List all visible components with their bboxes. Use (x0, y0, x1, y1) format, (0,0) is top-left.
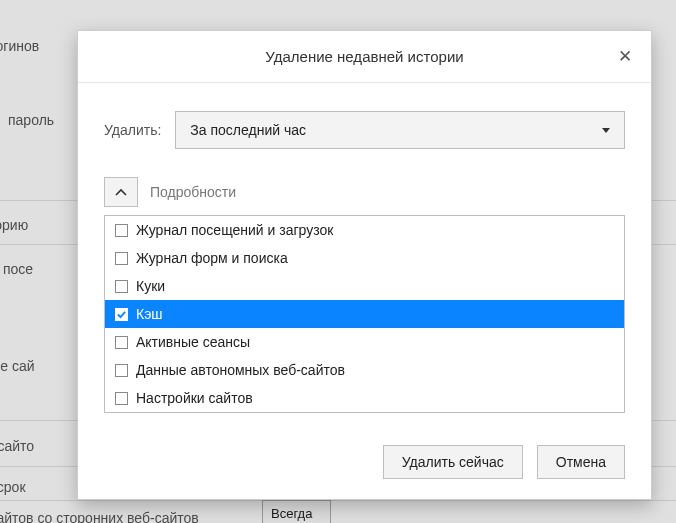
details-label: Подробности (150, 184, 236, 200)
checkbox-icon[interactable] (115, 280, 128, 293)
checkbox-icon[interactable] (115, 224, 128, 237)
dialog-titlebar: Удаление недавней истории ✕ (78, 31, 651, 83)
option-label: Активные сеансы (136, 334, 250, 350)
time-range-dropdown[interactable]: За последний час (175, 111, 625, 149)
details-header: Подробности (104, 177, 625, 207)
option-label: Журнал форм и поиска (136, 250, 288, 266)
checkbox-icon[interactable] (115, 364, 128, 377)
close-icon: ✕ (618, 31, 632, 83)
option-row[interactable]: Данные автономных веб-сайтов (105, 356, 624, 384)
close-button[interactable]: ✕ (607, 39, 643, 75)
checkbox-icon[interactable] (115, 336, 128, 349)
checkbox-icon[interactable] (115, 308, 128, 321)
clear-history-dialog: Удаление недавней истории ✕ Удалить: За … (77, 30, 652, 500)
option-row[interactable]: Кэш (105, 300, 624, 328)
option-label: Куки (136, 278, 165, 294)
option-label: Настройки сайтов (136, 390, 253, 406)
option-row[interactable]: Активные сеансы (105, 328, 624, 356)
clear-now-button[interactable]: Удалить сейчас (383, 445, 523, 479)
dialog-title: Удаление недавней истории (265, 48, 463, 65)
option-row[interactable]: Журнал посещений и загрузок (105, 216, 624, 244)
chevron-up-icon (115, 188, 127, 196)
options-list: Журнал посещений и загрузокЖурнал форм и… (104, 215, 625, 413)
option-label: Кэш (136, 306, 163, 322)
option-row[interactable]: Журнал форм и поиска (105, 244, 624, 272)
cancel-button[interactable]: Отмена (537, 445, 625, 479)
option-label: Журнал посещений и загрузок (136, 222, 333, 238)
time-range-value: За последний час (190, 122, 306, 138)
option-row[interactable]: Куки (105, 272, 624, 300)
checkbox-icon[interactable] (115, 252, 128, 265)
chevron-down-icon (602, 128, 610, 133)
time-range-row: Удалить: За последний час (104, 111, 625, 149)
dialog-body: Удалить: За последний час Подробности Жу… (78, 83, 651, 431)
details-toggle-button[interactable] (104, 177, 138, 207)
time-range-label: Удалить: (104, 122, 161, 138)
checkbox-icon[interactable] (115, 392, 128, 405)
option-label: Данные автономных веб-сайтов (136, 362, 345, 378)
option-row[interactable]: Настройки сайтов (105, 384, 624, 412)
dialog-footer: Удалить сейчас Отмена (78, 431, 651, 499)
